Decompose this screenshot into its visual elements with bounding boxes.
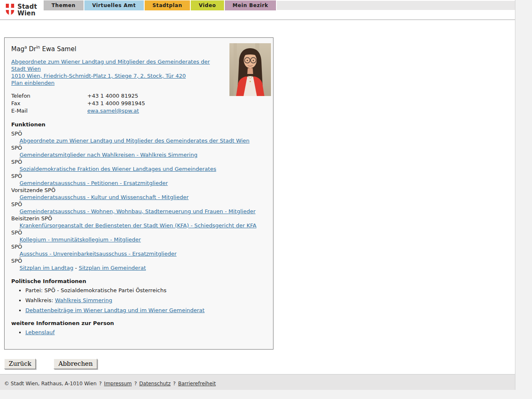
email-label: E-Mail xyxy=(11,107,87,115)
email-link[interactable]: ewa.samel@spw.at xyxy=(87,107,139,115)
function-entry: SPÖ Gemeinderatsmitglieder nach Wahlkrei… xyxy=(11,144,266,158)
function-entry: Beisitzerin SPÖ Krankenfürsorgeanstalt d… xyxy=(11,215,266,229)
function-entry-seatplan: SPÖ Sitzplan im Landtag - Sitzplan im Ge… xyxy=(11,257,266,271)
function-role: SPÖ xyxy=(11,257,266,264)
function-link[interactable]: Gemeinderatsmitglieder nach Wahlkreisen … xyxy=(20,152,197,158)
function-link[interactable]: Sozialdemokratische Fraktion des Wiener … xyxy=(20,166,216,172)
contact-row-telefon: Telefon +43 1 4000 81925 xyxy=(11,92,266,100)
sitzplan-gemeinderat-link[interactable]: Sitzplan im Gemeinderat xyxy=(79,265,146,271)
partei-item: Partei: SPÖ - Sozialdemokratische Partei… xyxy=(25,287,266,293)
function-role: SPÖ xyxy=(11,158,266,165)
address-link[interactable]: 1010 Wien, Friedrich-Schmidt-Platz 1, St… xyxy=(11,73,186,79)
nav-tab-stadtplan[interactable]: Stadtplan xyxy=(145,0,190,10)
function-entry: Vorsitzende SPÖ Gemeinderatsausschuss - … xyxy=(11,187,266,201)
function-role: SPÖ xyxy=(11,144,266,151)
funktionen-list: SPÖ Abgeordnete zum Wiener Landtag und M… xyxy=(11,130,266,271)
function-entry: SPÖ Sozialdemokratische Fraktion des Wie… xyxy=(11,158,266,172)
cancel-button[interactable]: Abbrechen xyxy=(54,359,97,369)
seat-separator: - xyxy=(73,265,79,271)
nav-tab-themen[interactable]: Themen xyxy=(44,0,84,10)
politik-heading: Politische Informationen xyxy=(11,278,266,284)
function-link[interactable]: Gemeinderatsausschuss - Petitionen - Ers… xyxy=(20,180,168,186)
lebenslauf-link[interactable]: Lebenslauf xyxy=(25,329,55,335)
profile-card: Maga Drin Ewa Samel Abgeordnete zum Wien… xyxy=(4,37,273,350)
site-header: Stadt Wien Themen Virtuelles Amt Stadtpl… xyxy=(0,0,515,20)
function-link[interactable]: Gemeinderatsausschuss - Wohnen, Wohnbau,… xyxy=(20,208,256,214)
back-button[interactable]: Zurück xyxy=(4,359,36,369)
profile-header-links: Abgeordnete zum Wiener Landtag und Mitgl… xyxy=(11,58,221,86)
plan-einblenden-link[interactable]: Plan einblenden xyxy=(11,80,54,86)
function-role: Vorsitzende SPÖ xyxy=(11,187,266,194)
function-entry: SPÖ Gemeinderatsausschuss - Wohnen, Wohn… xyxy=(11,201,266,215)
debatten-item: Debattenbeiträge im Wiener Landtag und i… xyxy=(25,307,266,313)
function-link[interactable]: Kollegium - Immunitätskollegium - Mitgli… xyxy=(20,236,141,243)
lebenslauf-item: Lebenslauf xyxy=(25,329,266,335)
page-title: Maga Drin Ewa Samel xyxy=(11,45,266,53)
weitere-heading: weitere Informationen zur Person xyxy=(11,320,266,326)
politik-list: Partei: SPÖ - Sozialdemokratische Partei… xyxy=(11,287,266,313)
nav-strip xyxy=(277,1,515,10)
site-footer: © Stadt Wien, Rathaus, A-1010 Wien ? Imp… xyxy=(0,374,515,390)
datenschutz-link[interactable]: Datenschutz xyxy=(139,381,170,387)
debatten-link[interactable]: Debattenbeiträge im Wiener Landtag und i… xyxy=(25,307,204,313)
telefon-label: Telefon xyxy=(11,92,87,100)
copyright-text: © Stadt Wien, Rathaus, A-1010 Wien xyxy=(4,381,96,387)
function-link[interactable]: Gemeinderatsausschuss - Kultur und Wisse… xyxy=(20,194,189,200)
name-part: Ewa Samel xyxy=(40,45,76,53)
contact-row-email: E-Mail ewa.samel@spw.at xyxy=(11,107,266,115)
footer-separator: ? xyxy=(134,381,137,387)
weitere-list: Lebenslauf xyxy=(11,329,266,335)
funktionen-heading: Funktionen xyxy=(11,121,266,128)
nav-tab-virtuelles-amt[interactable]: Virtuelles Amt xyxy=(84,0,144,10)
main-nav: Themen Virtuelles Amt Stadtplan Video Me… xyxy=(44,0,515,10)
function-role: SPÖ xyxy=(11,130,266,137)
function-entry: SPÖ Abgeordnete zum Wiener Landtag und M… xyxy=(11,130,266,144)
function-role: Beisitzerin SPÖ xyxy=(11,215,266,222)
telefon-value: +43 1 4000 81925 xyxy=(87,92,138,100)
fax-value: +43 1 4000 9981945 xyxy=(87,100,145,107)
wien-shield-icon xyxy=(5,3,15,17)
sitzplan-landtag-link[interactable]: Sitzplan im Landtag xyxy=(20,265,73,271)
function-link[interactable]: Abgeordnete zum Wiener Landtag und Mitgl… xyxy=(20,138,249,144)
footer-separator: ? xyxy=(99,381,101,387)
function-role: SPÖ xyxy=(11,201,266,208)
function-role: SPÖ xyxy=(11,172,266,180)
wahlkreis-link[interactable]: Wahlkreis Simmering xyxy=(55,297,112,303)
action-buttons: Zurück Abbrechen xyxy=(4,359,515,369)
main-content: Maga Drin Ewa Samel Abgeordnete zum Wien… xyxy=(0,20,515,374)
contact-row-fax: Fax +43 1 4000 9981945 xyxy=(11,100,266,107)
wahlkreis-item: Wahlkreis: Wahlkreis Simmering xyxy=(25,297,266,303)
nav-tab-mein-bezirk[interactable]: Mein Bezirk xyxy=(225,0,276,10)
name-part: Mag xyxy=(11,45,25,53)
wahlkreis-label: Wahlkreis: xyxy=(25,297,55,303)
impressum-link[interactable]: Impressum xyxy=(104,381,132,387)
profile-photo xyxy=(229,43,271,96)
name-part: Dr xyxy=(27,45,37,53)
footer-separator: ? xyxy=(173,381,175,387)
function-link[interactable]: Ausschuss - Unvereinbarkeitsausschuss - … xyxy=(20,251,177,257)
stadt-wien-logo[interactable]: Stadt Wien xyxy=(5,3,37,17)
page: Stadt Wien Themen Virtuelles Amt Stadtpl… xyxy=(0,0,515,390)
function-role: SPÖ xyxy=(11,229,266,236)
function-entry: SPÖ Ausschuss - Unvereinbarkeitsausschus… xyxy=(11,243,266,257)
function-role: SPÖ xyxy=(11,243,266,250)
logo-line-2: Wien xyxy=(17,10,35,17)
function-entry: SPÖ Gemeinderatsausschuss - Petitionen -… xyxy=(11,172,266,187)
function-entry: SPÖ Kollegium - Immunitätskollegium - Mi… xyxy=(11,229,266,243)
function-link[interactable]: Krankenfürsorgeanstalt der Bediensteten … xyxy=(20,222,256,229)
barrierefreiheit-link[interactable]: Barrierefreiheit xyxy=(178,381,216,387)
logo-text: Stadt Wien xyxy=(17,3,37,17)
contact-info: Telefon +43 1 4000 81925 Fax +43 1 4000 … xyxy=(11,92,266,115)
fax-label: Fax xyxy=(11,100,87,107)
nav-tab-video[interactable]: Video xyxy=(191,0,224,10)
office-title-link[interactable]: Abgeordnete zum Wiener Landtag und Mitgl… xyxy=(11,59,210,72)
